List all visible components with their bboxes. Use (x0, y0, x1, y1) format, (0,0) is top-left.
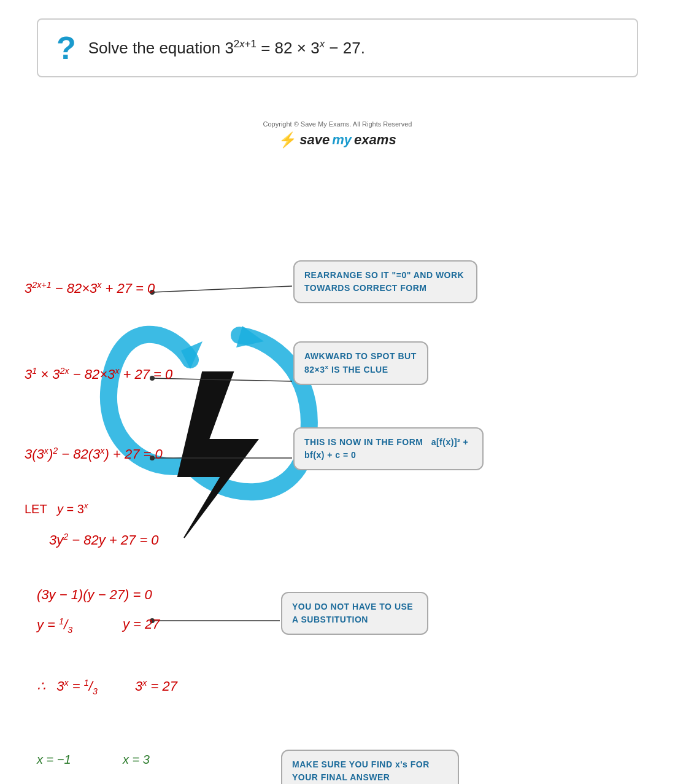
question-text: Solve the equation 32x+1 = 82 × 3x − 27. (88, 38, 365, 58)
svg-marker-2 (178, 372, 258, 538)
final-answer-1: x = −1 (37, 753, 71, 767)
question-icon: ? (56, 32, 76, 64)
svg-marker-1 (236, 326, 264, 347)
y-value-2: y = 27 (123, 616, 160, 632)
final-answer-2: x = 3 (123, 753, 150, 767)
callout-awkward: AWKWARD TO SPOT BUT 82×3x IS THE CLUE (293, 341, 428, 385)
brand-lightning-icon: ⚡ (279, 131, 297, 149)
callout-form: THIS IS NOW IN THE FORM a[f(x)]² + bf(x)… (293, 427, 484, 470)
math-line-4: 3y2 − 82y + 27 = 0 (49, 532, 159, 548)
footer: Copyright © Save My Exams. All Rights Re… (25, 120, 650, 161)
math-line-5: (3y − 1)(y − 27) = 0 (37, 587, 152, 603)
brand-logo: ⚡ save my exams (25, 131, 650, 149)
x-equation: ∴ 3x = 1/3 3x = 27 (37, 678, 177, 696)
let-line: LET y = 3x (25, 501, 88, 516)
main-content: 32x+1 − 82×3x + 27 = 0 31 × 32x − 82×3x … (0, 96, 675, 710)
math-line-1: 32x+1 − 82×3x + 27 = 0 (25, 280, 155, 297)
copyright-text: Copyright © Save My Exams. All Rights Re… (25, 120, 650, 128)
question-box: ? Solve the equation 32x+1 = 82 × 3x − 2… (37, 18, 638, 77)
svg-line-3 (152, 286, 292, 292)
brand-exams: exams (354, 132, 396, 148)
svg-marker-0 (181, 341, 202, 369)
brand-save: save (299, 132, 330, 148)
y-value-1: y = 1/3 (37, 616, 72, 635)
math-line-3: 3(3x)2 − 82(3x) + 27 = 0 (25, 446, 163, 462)
svg-line-5 (152, 378, 292, 381)
callout-substitution: YOU DO NOT HAVE TO USE A SUBSTITUTION (281, 592, 428, 635)
math-line-2: 31 × 32x − 82×3x + 27 = 0 (25, 366, 172, 382)
callout-final: MAKE SURE YOU FIND x's FOR YOUR FINAL AN… (281, 750, 459, 784)
callout-rearrange: REARRANGE SO IT "=0" AND WORK TOWARDS CO… (293, 260, 477, 303)
brand-my: my (332, 132, 352, 148)
